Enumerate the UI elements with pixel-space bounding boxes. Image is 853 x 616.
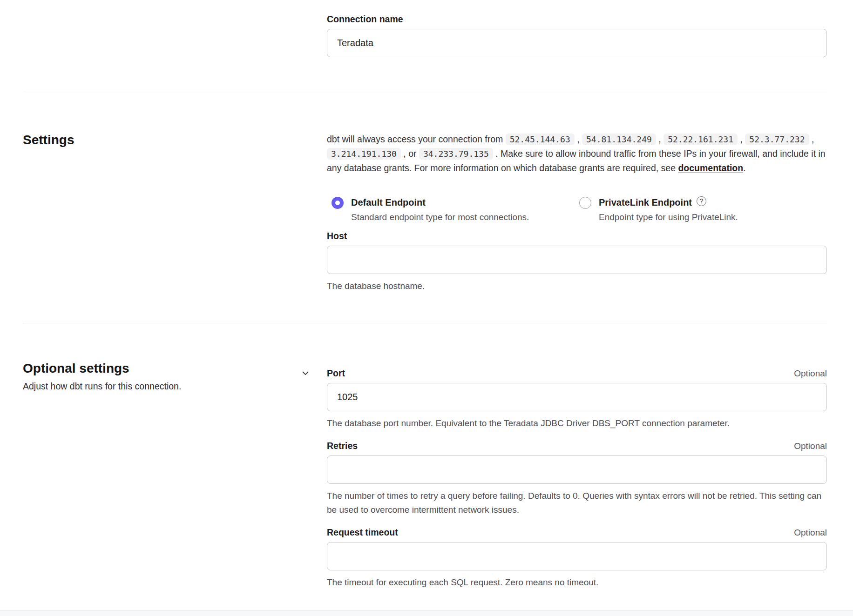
port-label-row: PortOptional: [327, 368, 827, 379]
page-bottom-edge: [0, 610, 853, 616]
host-helper-text: The database hostname.: [327, 279, 827, 293]
connection-name-section: Connection name: [0, 0, 853, 91]
endpoint-option-text-privatelink: PrivateLink Endpoint?Endpoint type for u…: [599, 196, 738, 223]
request-timeout-label-row: Request timeoutOptional: [327, 527, 827, 538]
radio-button-default[interactable]: [332, 197, 344, 209]
settings-heading: Settings: [23, 132, 327, 148]
radio-button-privatelink[interactable]: [579, 197, 591, 209]
request-timeout-label: Request timeout: [327, 527, 398, 538]
host-field: Host The database hostname.: [327, 231, 827, 293]
port-helper-text: The database port number. Equivalent to …: [327, 416, 827, 430]
optional-fields-container: PortOptionalThe database port number. Eq…: [327, 323, 827, 589]
connection-name-label: Connection name: [327, 14, 827, 25]
retries-helper-text: The number of times to retry a query bef…: [327, 489, 827, 517]
port-label: Port: [327, 368, 345, 379]
host-input[interactable]: [327, 246, 827, 274]
endpoint-option-description-default: Standard endpoint type for most connecti…: [351, 211, 529, 223]
connection-settings-page: Connection name Settings dbt will always…: [0, 0, 853, 616]
help-icon[interactable]: ?: [697, 196, 706, 206]
collapse-optional-settings-button[interactable]: [298, 366, 312, 380]
request-timeout-optional-badge: Optional: [794, 528, 827, 538]
ip-address-chip: 34.233.79.135: [419, 148, 493, 160]
optional-settings-subtitle: Adjust how dbt runs for this connection.: [23, 380, 327, 393]
endpoint-option-description-privatelink: Endpoint type for using PrivateLink.: [599, 211, 738, 223]
ip-address-chip: 54.81.134.249: [582, 134, 656, 145]
host-label: Host: [327, 231, 827, 241]
request-timeout-helper-text: The timeout for executing each SQL reque…: [327, 576, 827, 589]
request-timeout-input[interactable]: [327, 542, 827, 570]
retries-optional-badge: Optional: [794, 441, 827, 451]
chevron-down-icon: [300, 373, 311, 380]
endpoint-option-privatelink[interactable]: PrivateLink Endpoint?Endpoint type for u…: [579, 196, 827, 223]
ip-address-chip: 52.3.77.232: [745, 134, 809, 145]
endpoint-option-label-privatelink: PrivateLink Endpoint?: [599, 196, 738, 209]
connection-name-left-spacer: [23, 14, 327, 57]
optional-settings-heading: Optional settings: [23, 361, 327, 376]
request-timeout-field: Request timeoutOptionalThe timeout for e…: [327, 527, 827, 589]
optional-settings-section: Optional settings Adjust how dbt runs fo…: [0, 323, 853, 589]
endpoint-radio-group: Default EndpointStandard endpoint type f…: [327, 196, 827, 223]
connection-name-input[interactable]: [327, 29, 827, 57]
endpoint-option-label-default: Default Endpoint: [351, 196, 529, 209]
port-field: PortOptionalThe database port number. Eq…: [327, 368, 827, 430]
port-optional-badge: Optional: [794, 368, 827, 379]
endpoint-option-text-default: Default EndpointStandard endpoint type f…: [351, 196, 529, 223]
port-input[interactable]: [327, 383, 827, 411]
retries-label: Retries: [327, 441, 358, 451]
ip-address-chip: 3.214.191.130: [327, 148, 401, 160]
retries-label-row: RetriesOptional: [327, 441, 827, 451]
settings-section: Settings dbt will always access your con…: [0, 91, 853, 323]
retries-field: RetriesOptionalThe number of times to re…: [327, 441, 827, 517]
ip-allowlist-text: dbt will always access your connection f…: [327, 132, 827, 175]
endpoint-option-default[interactable]: Default EndpointStandard endpoint type f…: [332, 196, 579, 223]
retries-input[interactable]: [327, 455, 827, 484]
ip-address-chip: 52.45.144.63: [506, 134, 575, 145]
ip-address-chip: 52.22.161.231: [663, 134, 738, 145]
documentation-link[interactable]: documentation: [678, 163, 743, 173]
